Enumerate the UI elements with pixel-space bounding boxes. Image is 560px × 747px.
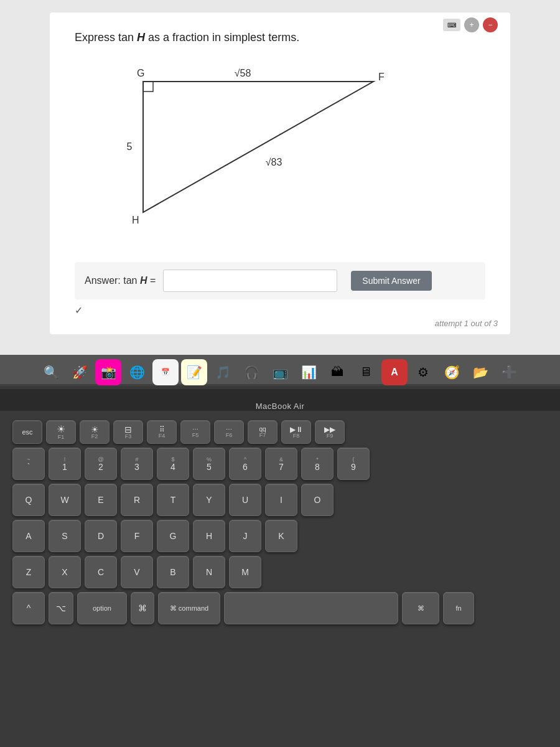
key-fn-right[interactable]: fn <box>443 592 474 624</box>
dock-add[interactable]: ➕ <box>496 359 522 385</box>
dock-settings[interactable]: ⚙ <box>410 359 436 385</box>
key-command[interactable]: ⌘ command <box>158 592 220 624</box>
key-k[interactable]: K <box>265 520 297 552</box>
macbook-label: MacBook Air <box>0 402 560 411</box>
dock-podcasts[interactable]: 🎧 <box>238 359 264 385</box>
plus-icon[interactable]: + <box>464 17 479 32</box>
dock-safari[interactable]: 🧭 <box>439 359 465 385</box>
key-alt-left[interactable]: ⌥ <box>49 592 73 624</box>
key-space[interactable] <box>224 592 398 624</box>
dock-browser[interactable]: 🌐 <box>124 359 150 385</box>
diagram-container: G F H √58 5 √83 <box>75 63 485 250</box>
key-o[interactable]: O <box>301 484 334 516</box>
minus-icon[interactable]: − <box>483 17 498 32</box>
answer-label: Answer: tan H = <box>85 275 156 286</box>
side-top-label: √58 <box>235 68 251 78</box>
key-q[interactable]: Q <box>12 484 45 516</box>
side-left-label: 5 <box>127 141 133 152</box>
keyboard: esc ☀F1 ☀F2 ⊟F3 ⠿F4 ⋯F5 ⋯F6 qqF7 ▶⏸F8 ▶▶… <box>0 411 560 747</box>
key-f3[interactable]: ⊟F3 <box>113 420 143 444</box>
dock-finder[interactable]: 🔍 <box>38 359 64 385</box>
zxcv-row: Z X C V B N M <box>12 556 548 588</box>
key-9[interactable]: (9 <box>337 448 370 480</box>
key-f1[interactable]: ☀F1 <box>46 420 76 444</box>
key-g[interactable]: G <box>157 520 189 552</box>
key-d[interactable]: D <box>85 520 117 552</box>
key-8[interactable]: *8 <box>301 448 334 480</box>
key-i[interactable]: I <box>265 484 297 516</box>
content-area: Express tan H as a fraction in simplest … <box>50 12 510 334</box>
dock-launchpad[interactable]: 🚀 <box>67 359 93 385</box>
dock-tv[interactable]: 📺 <box>267 359 293 385</box>
problem-title: Express tan H as a fraction in simplest … <box>75 31 485 44</box>
triangle-diagram: G F H √58 5 √83 <box>106 63 417 237</box>
key-m[interactable]: M <box>229 556 261 588</box>
key-t[interactable]: T <box>157 484 189 516</box>
answer-area: Answer: tan H = Submit Answer <box>75 262 485 299</box>
key-7[interactable]: &7 <box>265 448 297 480</box>
svg-marker-0 <box>143 82 373 212</box>
key-f5[interactable]: ⋯F5 <box>180 420 210 444</box>
key-a[interactable]: A <box>12 520 45 552</box>
key-2[interactable]: @2 <box>85 448 117 480</box>
key-5[interactable]: %5 <box>193 448 225 480</box>
key-1[interactable]: !1 <box>49 448 81 480</box>
key-s[interactable]: S <box>49 520 81 552</box>
key-b[interactable]: B <box>157 556 189 588</box>
key-backtick[interactable]: ~` <box>12 448 45 480</box>
num-row: ~` !1 @2 #3 $4 %5 ^6 &7 *8 (9 <box>12 448 548 480</box>
key-3[interactable]: #3 <box>121 448 153 480</box>
dock-notes[interactable]: 📝 <box>181 359 207 385</box>
fn-row: esc ☀F1 ☀F2 ⊟F3 ⠿F4 ⋯F5 ⋯F6 qqF7 ▶⏸F8 ▶▶… <box>12 420 548 444</box>
dock-stocks[interactable]: 📊 <box>296 359 322 385</box>
key-f9[interactable]: ▶▶F9 <box>315 420 345 444</box>
key-z[interactable]: Z <box>12 556 45 588</box>
dock-display[interactable]: 🖥 <box>353 359 379 385</box>
key-x[interactable]: X <box>49 556 81 588</box>
key-command-right[interactable]: ⌘ <box>402 592 439 624</box>
bottom-row: ^ ⌥ option ⌘ ⌘ command ⌘ fn <box>12 592 548 624</box>
key-y[interactable]: Y <box>193 484 225 516</box>
checkmark-area: ✓ <box>75 304 485 316</box>
key-f[interactable]: F <box>121 520 153 552</box>
dock: 🔍 🚀 📸 🌐 📅 📝 🎵 🎧 📺 📊 🏔 🖥 A ⚙ 🧭 📂 ➕ <box>0 355 560 389</box>
dock-photos[interactable]: 📸 <box>95 359 121 385</box>
key-n[interactable]: N <box>193 556 225 588</box>
asdf-row: A S D F G H J K <box>12 520 548 552</box>
key-f8[interactable]: ▶⏸F8 <box>281 420 311 444</box>
title-text: Express tan <box>75 31 137 44</box>
attempt-text: attempt 1 out of 3 <box>435 319 498 328</box>
key-e[interactable]: E <box>85 484 117 516</box>
key-v[interactable]: V <box>121 556 153 588</box>
key-f4[interactable]: ⠿F4 <box>147 420 177 444</box>
key-r[interactable]: R <box>121 484 153 516</box>
dock-img[interactable]: 🏔 <box>324 359 350 385</box>
dock-typeface[interactable]: A <box>381 359 408 385</box>
submit-button[interactable]: Submit Answer <box>351 271 431 291</box>
dock-calendar[interactable]: 📅 <box>152 359 179 385</box>
side-hyp-label: √83 <box>266 157 282 167</box>
key-cmd-symbol[interactable]: ⌘ <box>131 592 154 624</box>
key-c[interactable]: C <box>85 556 117 588</box>
key-6[interactable]: ^6 <box>229 448 261 480</box>
key-f2[interactable]: ☀F2 <box>80 420 110 444</box>
key-f7[interactable]: qqF7 <box>248 420 278 444</box>
dock-files[interactable]: 📂 <box>467 359 493 385</box>
key-f6[interactable]: ⋯F6 <box>214 420 244 444</box>
svg-rect-1 <box>143 82 153 92</box>
key-u[interactable]: U <box>229 484 261 516</box>
key-h[interactable]: H <box>193 520 225 552</box>
keyboard-icon[interactable]: ⌨ <box>443 19 460 31</box>
title-var: H <box>137 31 145 44</box>
checkmark-icon: ✓ <box>75 305 83 316</box>
key-option[interactable]: option <box>77 592 127 624</box>
answer-input[interactable] <box>163 270 337 292</box>
screen: Express tan H as a fraction in simplest … <box>0 0 560 386</box>
key-4[interactable]: $4 <box>157 448 189 480</box>
key-esc[interactable]: esc <box>12 420 42 444</box>
key-j[interactable]: J <box>229 520 261 552</box>
dock-music[interactable]: 🎵 <box>210 359 236 385</box>
key-ctrl[interactable]: ^ <box>12 592 45 624</box>
key-w[interactable]: W <box>49 484 81 516</box>
title-rest: as a fraction in simplest terms. <box>145 31 299 44</box>
